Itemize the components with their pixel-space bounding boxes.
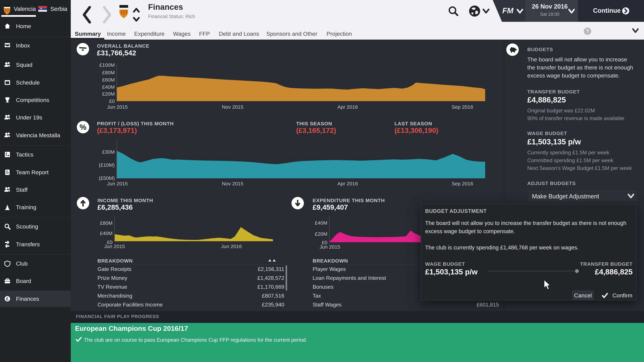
svg-text:£: £ <box>6 296 9 301</box>
